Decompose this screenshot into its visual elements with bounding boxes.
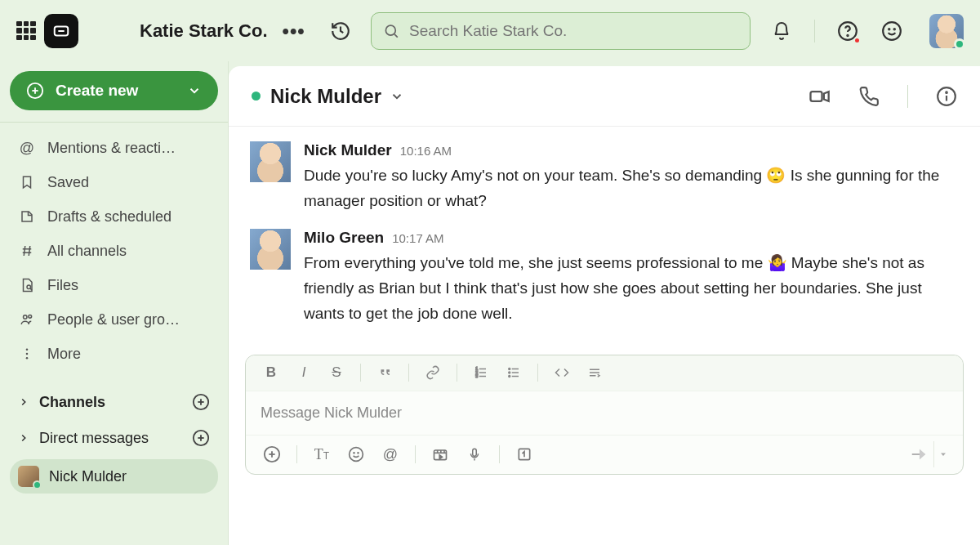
user-avatar[interactable] <box>924 14 964 48</box>
svg-point-52 <box>350 448 363 462</box>
add-channel-button[interactable] <box>192 393 210 411</box>
avatar[interactable] <box>250 141 291 182</box>
nav-label: All channels <box>47 243 127 260</box>
nav-more[interactable]: More <box>10 337 218 371</box>
notifications-icon[interactable] <box>770 20 793 42</box>
format-toolbar: B I S 123 <box>246 355 963 391</box>
code-button[interactable] <box>548 360 576 385</box>
send-options-button[interactable] <box>933 441 951 467</box>
more-icon[interactable]: ••• <box>283 20 305 42</box>
presence-dot <box>954 38 965 50</box>
svg-rect-61 <box>473 449 477 456</box>
svg-point-19 <box>29 315 32 318</box>
section-direct-messages[interactable]: Direct messages <box>10 420 218 456</box>
svg-line-3 <box>394 34 398 37</box>
mention-button[interactable]: @ <box>376 440 405 468</box>
dm-name: Nick Mulder <box>49 468 127 485</box>
emoji-icon[interactable] <box>880 20 903 42</box>
video-call-icon[interactable] <box>808 85 831 108</box>
svg-point-6 <box>883 22 901 40</box>
send-button[interactable] <box>904 441 933 467</box>
phone-call-icon[interactable] <box>858 86 880 107</box>
svg-point-54 <box>358 453 359 453</box>
nav-saved[interactable]: Saved <box>10 165 218 199</box>
create-new-button[interactable]: Create new <box>10 71 218 110</box>
drafts-icon <box>18 209 36 224</box>
svg-point-21 <box>26 353 29 355</box>
attach-button[interactable] <box>257 440 287 468</box>
app-grid-icon[interactable] <box>16 21 36 41</box>
sidebar: Create new @Mentions & reacti… Saved Dra… <box>0 61 229 545</box>
video-clip-button[interactable] <box>425 440 455 468</box>
svg-point-33 <box>946 92 947 93</box>
app-logo[interactable] <box>44 14 78 48</box>
section-label: Channels <box>39 394 105 411</box>
chevron-right-icon <box>18 432 29 444</box>
message: Milo Green 10:17 AM From everything you'… <box>250 229 959 327</box>
nav-label: Saved <box>47 174 89 191</box>
nav-label: People & user gro… <box>47 311 180 328</box>
nav-mentions[interactable]: @Mentions & reacti… <box>10 131 218 165</box>
help-icon[interactable] <box>836 20 859 42</box>
ordered-list-button[interactable]: 123 <box>467 360 495 385</box>
avatar <box>18 466 39 487</box>
svg-point-18 <box>24 315 28 319</box>
blockquote-button[interactable] <box>371 360 399 385</box>
message-time: 10:17 AM <box>392 231 443 245</box>
message-time: 10:16 AM <box>400 144 452 158</box>
bookmark-icon <box>18 175 36 190</box>
svg-marker-65 <box>920 449 925 460</box>
history-icon[interactable] <box>330 20 351 42</box>
presence-dot <box>252 92 261 101</box>
nav-all-channels[interactable]: All channels <box>10 234 218 268</box>
dm-item-nick-mulder[interactable]: Nick Mulder <box>10 459 218 494</box>
svg-marker-60 <box>439 455 442 459</box>
chevron-right-icon <box>18 396 29 408</box>
shortcut-button[interactable] <box>510 440 539 468</box>
emoji-button[interactable] <box>341 440 371 468</box>
svg-point-5 <box>847 34 848 35</box>
message-text: Dude you're so lucky Amy's not on your t… <box>304 163 959 214</box>
message-input[interactable]: Message Nick Mulder <box>246 391 963 435</box>
svg-point-45 <box>509 376 510 377</box>
svg-marker-30 <box>824 92 829 101</box>
plus-circle-icon <box>26 82 44 100</box>
link-button[interactable] <box>419 360 447 385</box>
more-vertical-icon <box>18 346 36 361</box>
file-icon <box>18 278 36 293</box>
strikethrough-button[interactable]: S <box>323 360 350 385</box>
chat-header: Nick Mulder <box>229 66 980 127</box>
chevron-down-icon[interactable] <box>390 89 404 104</box>
notification-dot <box>853 37 861 44</box>
format-toggle-button[interactable]: TT <box>307 440 336 468</box>
create-new-label: Create new <box>56 82 138 100</box>
bold-button[interactable]: B <box>257 360 285 385</box>
search-box[interactable] <box>371 12 751 50</box>
svg-point-22 <box>26 357 29 360</box>
nav-files[interactable]: Files <box>10 268 218 302</box>
info-icon[interactable] <box>936 86 957 107</box>
svg-line-15 <box>29 246 30 256</box>
avatar[interactable] <box>250 229 291 270</box>
nav-drafts[interactable]: Drafts & scheduled <box>10 199 218 234</box>
topbar: Katie Stark Co. ••• <box>0 0 980 61</box>
search-input[interactable] <box>409 22 738 40</box>
chevron-down-icon <box>187 83 202 98</box>
svg-point-2 <box>385 25 395 35</box>
bullet-list-button[interactable] <box>500 360 528 385</box>
workspace-name[interactable]: Katie Stark Co. <box>140 20 268 42</box>
code-block-button[interactable] <box>581 360 608 385</box>
audio-clip-button[interactable] <box>460 440 489 468</box>
separator <box>415 445 416 463</box>
section-channels[interactable]: Channels <box>10 384 218 420</box>
italic-button[interactable]: I <box>290 360 318 385</box>
add-dm-button[interactable] <box>192 429 210 447</box>
message-sender[interactable]: Nick Mulder <box>304 141 392 159</box>
svg-point-20 <box>26 348 29 351</box>
separator <box>0 122 228 123</box>
nav-label: More <box>47 346 81 363</box>
chat-title[interactable]: Nick Mulder <box>270 85 381 108</box>
nav-people[interactable]: People & user gro… <box>10 302 218 337</box>
message-sender[interactable]: Milo Green <box>304 229 384 247</box>
chat-panel: Nick Mulder Nick Mulder 10:16 AM Dude yo… <box>229 66 980 545</box>
